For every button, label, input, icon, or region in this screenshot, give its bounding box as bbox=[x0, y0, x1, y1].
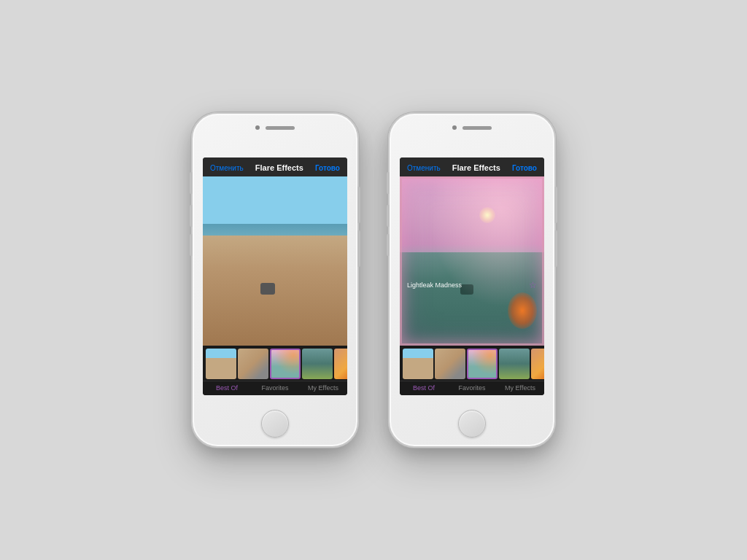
right-phone: Отменить Flare Effects Готово Lightleak … bbox=[388, 112, 556, 448]
speaker-right bbox=[462, 126, 492, 130]
thumb-2-left[interactable] bbox=[238, 349, 268, 379]
screen-right: Отменить Flare Effects Готово Lightleak … bbox=[400, 158, 544, 395]
main-image-left bbox=[203, 176, 347, 346]
orange-flare bbox=[508, 292, 537, 329]
phone-notch-left bbox=[255, 125, 295, 130]
home-button-right[interactable] bbox=[458, 410, 486, 438]
beach-original bbox=[203, 176, 347, 346]
thumb-3-right[interactable] bbox=[467, 349, 498, 379]
thumb-4-right[interactable] bbox=[499, 349, 530, 379]
phone-notch-right bbox=[452, 125, 492, 130]
done-button-right[interactable]: Готово bbox=[512, 164, 537, 172]
tab-my-effects-left[interactable]: My Effects bbox=[299, 381, 347, 395]
thumb-2-right[interactable] bbox=[435, 349, 465, 379]
tab-favorites-left[interactable]: Favorites bbox=[251, 381, 299, 395]
nav-title-left: Flare Effects bbox=[255, 163, 303, 172]
rock-original bbox=[260, 283, 275, 295]
main-image-right: Lightleak Madness ☆ bbox=[400, 176, 544, 346]
tab-favorites-right[interactable]: Favorites bbox=[448, 381, 496, 395]
camera-dot-right bbox=[452, 125, 457, 130]
home-button-left[interactable] bbox=[261, 410, 289, 438]
lens-flare-circle bbox=[479, 207, 495, 223]
screen-content-left: Отменить Flare Effects Готово bbox=[203, 158, 347, 395]
thumb-4-left[interactable] bbox=[302, 349, 333, 379]
thumb-1-right[interactable] bbox=[403, 349, 433, 379]
camera-dot-left bbox=[255, 125, 260, 130]
phone-body-left: Отменить Flare Effects Готово bbox=[191, 112, 359, 448]
tab-bar-left: Best Of Favorites My Effects bbox=[203, 381, 347, 395]
thumb-5-left[interactable] bbox=[334, 349, 347, 379]
cancel-button-left[interactable]: Отменить bbox=[210, 164, 244, 172]
left-phone: Отменить Flare Effects Готово bbox=[191, 112, 359, 448]
screen-content-right: Отменить Flare Effects Готово Lightleak … bbox=[400, 158, 544, 395]
tab-bar-right: Best Of Favorites My Effects bbox=[400, 381, 544, 395]
tab-best-of-left[interactable]: Best Of bbox=[203, 381, 251, 395]
done-button-left[interactable]: Готово bbox=[315, 164, 340, 172]
speaker-left bbox=[266, 126, 295, 130]
nav-title-right: Flare Effects bbox=[452, 163, 500, 172]
thumb-5-right[interactable] bbox=[531, 349, 544, 379]
screen-left: Отменить Flare Effects Готово bbox=[203, 158, 347, 395]
effect-name-label: Lightleak Madness bbox=[407, 281, 462, 289]
nav-bar-right: Отменить Flare Effects Готово bbox=[400, 158, 544, 176]
thumb-strip-right bbox=[400, 346, 544, 381]
thumb-3-left[interactable] bbox=[270, 349, 301, 379]
nav-bar-left: Отменить Flare Effects Готово bbox=[203, 158, 347, 176]
thumb-strip-left bbox=[203, 346, 347, 381]
tab-best-of-right[interactable]: Best Of bbox=[400, 381, 448, 395]
phone-body-right: Отменить Flare Effects Готово Lightleak … bbox=[388, 112, 556, 448]
tab-my-effects-right[interactable]: My Effects bbox=[496, 381, 544, 395]
beach-filtered bbox=[400, 176, 544, 346]
cancel-button-right[interactable]: Отменить bbox=[407, 164, 441, 172]
favorite-star-icon[interactable]: ☆ bbox=[529, 280, 537, 290]
thumb-1-left[interactable] bbox=[206, 349, 236, 379]
